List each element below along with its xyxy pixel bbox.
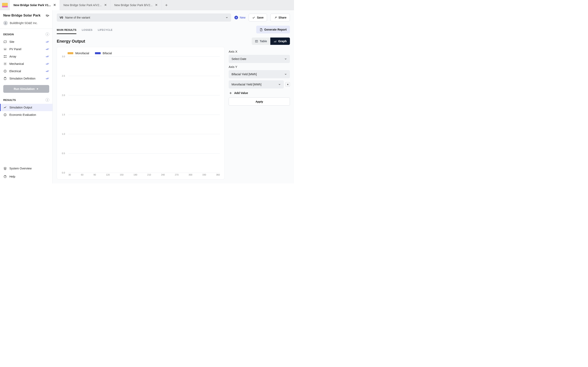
- checkmark-icon: [252, 16, 255, 19]
- sidebar-item-economic-evaluation[interactable]: $ Economic Evaluation: [0, 111, 52, 118]
- sidebar-item-simulation-output[interactable]: Simulation Output: [0, 104, 52, 111]
- sidebar-item-system-overview[interactable]: System Overview: [0, 164, 52, 173]
- info-icon[interactable]: i: [45, 33, 49, 36]
- save-button[interactable]: Save: [249, 14, 267, 21]
- tab-label: New Bridge Solar Park B/V2...: [114, 3, 153, 7]
- sidebar-item-simulation-definition[interactable]: Simulation Definition: [0, 75, 52, 82]
- tab-item[interactable]: New Bridge Solar Park A/V2... ✕: [60, 0, 111, 10]
- view-graph-button[interactable]: Graph: [270, 38, 290, 45]
- axis-config-panel: Axis X Select Date Axis Y Bifacial Yield…: [229, 47, 290, 179]
- check-icon: [45, 77, 49, 80]
- company-row[interactable]: BuildBright SD&E Inc.: [0, 19, 52, 29]
- variant-code: V0: [60, 16, 63, 19]
- close-icon[interactable]: ✕: [53, 3, 56, 7]
- tab-main-results[interactable]: MAIN RESULTS: [57, 26, 76, 34]
- layers-icon: [3, 167, 7, 170]
- tab-losses[interactable]: LOSSES: [82, 26, 93, 34]
- new-variant-button[interactable]: + New: [234, 16, 245, 19]
- chevron-down-icon: [284, 58, 287, 60]
- play-icon: [36, 88, 39, 90]
- close-icon[interactable]: ✕: [155, 3, 158, 7]
- add-value-button[interactable]: Add Value: [229, 89, 290, 98]
- tab-lifecycle[interactable]: LIFECYCLE: [98, 26, 112, 34]
- panel-icon: [3, 48, 7, 51]
- sidebar-item-label: PV Panel: [9, 48, 21, 51]
- share-label: Share: [278, 16, 286, 19]
- sidebar-item-site[interactable]: Site: [0, 38, 52, 45]
- sidebar-item-mechanical[interactable]: Mechanical: [0, 60, 52, 67]
- legend-monofacial: Monofacial: [68, 52, 89, 55]
- svg-point-3: [5, 22, 6, 23]
- tab-item[interactable]: New Bridge Solar Park B/V2... ✕: [111, 0, 162, 10]
- help-icon: [3, 175, 7, 178]
- view-graph-label: Graph: [278, 40, 287, 43]
- sidebar-item-array[interactable]: Array: [0, 53, 52, 60]
- sidebar-item-label: Help: [9, 175, 15, 178]
- section-design: DESIGN: [3, 33, 14, 36]
- chart-legend: Monofacial Bifacial: [61, 51, 220, 57]
- share-button[interactable]: Share: [270, 14, 290, 21]
- svg-rect-7: [6, 57, 6, 58]
- section-results: RESULTS: [3, 99, 16, 101]
- swatch-mono: [68, 52, 73, 54]
- axis-y-label: Axis Y: [229, 65, 290, 68]
- check-icon: [45, 41, 49, 43]
- generate-report-label: Generate Report: [264, 28, 287, 31]
- variant-select[interactable]: V0 Name of the variant: [57, 13, 231, 22]
- plus-icon: [229, 92, 232, 95]
- svg-text:$: $: [5, 114, 6, 116]
- sidebar-item-electrical[interactable]: Electrical: [0, 67, 52, 75]
- svg-point-1: [47, 16, 48, 16]
- section-title: Energy Output: [57, 39, 85, 44]
- app-logo[interactable]: [0, 0, 10, 10]
- main-content: V0 Name of the variant + New Save Share …: [53, 10, 294, 184]
- sliders-icon[interactable]: [46, 14, 49, 17]
- sidebar-item-label: Economic Evaluation: [9, 113, 36, 117]
- view-table-label: Table: [260, 40, 267, 43]
- svg-rect-4: [4, 55, 5, 56]
- chart-plot: 306090120150180210240270300330360 0.00.5…: [61, 57, 220, 175]
- sidebar-item-label: Site: [9, 40, 14, 43]
- remove-axis-button[interactable]: ✕: [285, 82, 290, 87]
- chevron-down-icon: [278, 83, 281, 86]
- run-label: Run Simulation: [14, 87, 35, 91]
- save-label: Save: [257, 16, 264, 19]
- view-table-button[interactable]: Table: [252, 38, 270, 45]
- map-icon: [3, 40, 7, 43]
- axis-y1-select[interactable]: Bifacial Yield [MWh]: [229, 70, 290, 78]
- view-toggle: Table Graph: [252, 38, 290, 45]
- sidebar: New Bridge Solar Park BuildBright SD&E I…: [0, 10, 53, 184]
- close-icon[interactable]: ✕: [104, 3, 107, 7]
- sidebar-item-label: Simulation Definition: [9, 77, 35, 80]
- apply-button[interactable]: Apply: [229, 98, 290, 106]
- svg-point-2: [48, 15, 49, 16]
- axis-x-select[interactable]: Select Date: [229, 55, 290, 63]
- check-icon: [45, 48, 49, 50]
- share-icon: [274, 16, 277, 19]
- svg-point-9: [5, 63, 6, 64]
- clipboard-icon: [3, 77, 7, 80]
- sidebar-item-label: Simulation Output: [9, 106, 32, 109]
- sidebar-item-label: Array: [9, 55, 16, 58]
- legend-bifacial: Bifacial: [95, 52, 112, 55]
- grid-icon: [3, 55, 7, 58]
- axis-y2-select[interactable]: Monofacial Yield [MWh]: [229, 80, 284, 89]
- sidebar-item-pv-panel[interactable]: PV Panel: [0, 45, 52, 53]
- svg-rect-5: [6, 55, 6, 56]
- table-icon: [255, 40, 258, 43]
- document-icon: [259, 28, 263, 31]
- tab-item[interactable]: New Bridge Solar Park V1... ✕: [10, 0, 60, 10]
- generate-report-button[interactable]: Generate Report: [256, 26, 290, 33]
- results-tabs: MAIN RESULTS LOSSES LIFECYCLE: [57, 26, 112, 34]
- variant-name: Name of the variant: [65, 16, 90, 19]
- add-tab-button[interactable]: ＋: [162, 2, 171, 8]
- sidebar-item-help[interactable]: Help: [0, 173, 52, 181]
- chart-card: Monofacial Bifacial 30609012015018021024…: [57, 47, 225, 179]
- new-label: New: [240, 16, 245, 19]
- bolt-icon: [3, 69, 7, 73]
- info-icon[interactable]: i: [45, 98, 49, 102]
- company-name: BuildBright SD&E Inc.: [10, 21, 38, 25]
- gear-icon: [3, 62, 7, 66]
- run-simulation-button[interactable]: Run Simulation: [3, 85, 49, 93]
- swatch-bi: [95, 52, 101, 54]
